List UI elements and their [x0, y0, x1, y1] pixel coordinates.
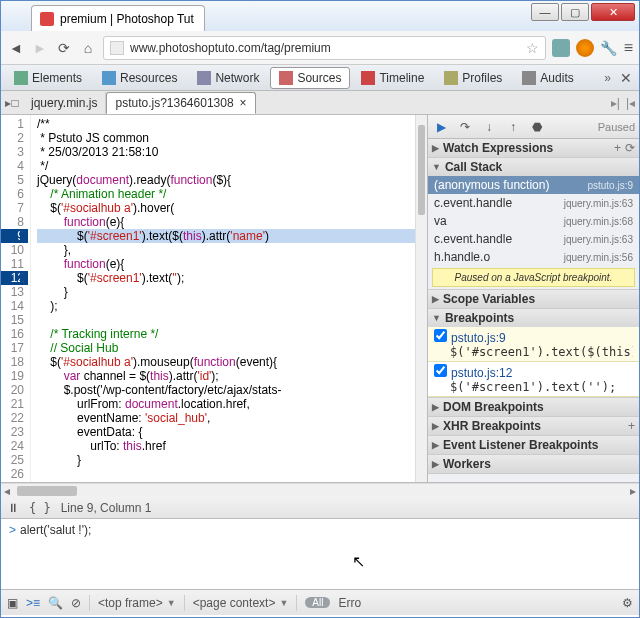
show-console-icon[interactable]: >≡	[26, 596, 40, 610]
code-area[interactable]: /** * Pstuto JS common * 25/03/2013 21:5…	[31, 115, 415, 482]
page-icon	[110, 41, 124, 55]
paused-label: Paused	[598, 121, 635, 133]
filter-all[interactable]: All	[305, 597, 330, 608]
panel-profiles[interactable]: Profiles	[435, 67, 511, 89]
url-text: www.photoshoptuto.com/tag/premium	[130, 41, 331, 55]
bp-checkbox[interactable]	[434, 329, 447, 342]
bookmark-star-icon[interactable]: ☆	[526, 40, 539, 56]
step-out-icon[interactable]: ↑	[504, 118, 522, 136]
step-over-icon[interactable]: ↷	[456, 118, 474, 136]
stack-frame[interactable]: c.event.handlejquery.min.js:63	[428, 230, 639, 248]
bp-checkbox[interactable]	[434, 364, 447, 377]
devtools-panel-bar: Elements Resources Network Sources Timel…	[1, 65, 639, 91]
favicon	[40, 12, 54, 26]
minimize-button[interactable]: —	[531, 3, 559, 21]
navigator-toggle-icon[interactable]: ▸□	[1, 96, 23, 110]
section-callstack[interactable]: ▼Call Stack	[428, 158, 639, 176]
maximize-button[interactable]: ▢	[561, 3, 589, 21]
dock-icon[interactable]: ▣	[7, 596, 18, 610]
panel-resources[interactable]: Resources	[93, 67, 186, 89]
forward-icon: ►	[31, 39, 49, 57]
horizontal-scrollbar[interactable]: ◂▸	[1, 483, 639, 497]
panel-network[interactable]: Network	[188, 67, 268, 89]
add-xhr-bp-icon[interactable]: +	[628, 419, 635, 433]
breakpoint-item[interactable]: pstuto.js:12 $('#screen1').text('');	[428, 362, 639, 397]
file-tab-strip: ▸□ jquery.min.js pstuto.js?1364601308× ▸…	[1, 91, 639, 115]
panel-elements[interactable]: Elements	[5, 67, 91, 89]
home-icon[interactable]: ⌂	[79, 39, 97, 57]
stack-frame[interactable]: h.handle.ojquery.min.js:56	[428, 248, 639, 266]
add-watch-icon[interactable]: +	[614, 141, 621, 155]
paused-note: Paused on a JavaScript breakpoint.	[432, 268, 635, 287]
back-icon[interactable]: ◄	[7, 39, 25, 57]
section-evt-bp[interactable]: ▶Event Listener Breakpoints	[428, 436, 639, 454]
tab-title: premium | Photoshop Tut	[60, 12, 194, 26]
refresh-watch-icon[interactable]: ⟳	[625, 141, 635, 155]
section-watch[interactable]: ▶Watch Expressions +⟳	[428, 139, 639, 157]
reload-icon[interactable]: ⟳	[55, 39, 73, 57]
close-tab-icon[interactable]: ×	[240, 96, 247, 110]
panel-timeline[interactable]: Timeline	[352, 67, 433, 89]
breakpoint-item[interactable]: pstuto.js:9 $('#screen1').text($(this)…	[428, 327, 639, 362]
close-devtools-icon[interactable]: ✕	[617, 69, 635, 87]
history-back-icon[interactable]: ▸|	[611, 96, 620, 110]
line-gutter[interactable]: 1234567891011121314151617181920212223242…	[1, 115, 31, 482]
panel-sources[interactable]: Sources	[270, 67, 350, 89]
panel-audits[interactable]: Audits	[513, 67, 582, 89]
section-scope[interactable]: ▶Scope Variables	[428, 290, 639, 308]
url-input[interactable]: www.photoshoptuto.com/tag/premium ☆	[103, 36, 546, 60]
extension-icon-1[interactable]	[552, 39, 570, 57]
source-editor[interactable]: 1234567891011121314151617181920212223242…	[1, 115, 427, 482]
address-bar: ◄ ► ⟳ ⌂ www.photoshoptuto.com/tag/premiu…	[1, 31, 639, 65]
search-icon[interactable]: 🔍	[48, 596, 63, 610]
cursor-position: Line 9, Column 1	[61, 501, 152, 515]
console-input-text[interactable]: alert('salut !');	[20, 523, 91, 537]
editor-status-bar: ⏸ { } Line 9, Column 1	[1, 497, 639, 519]
file-tab-pstuto[interactable]: pstuto.js?1364601308×	[106, 92, 255, 114]
section-xhr-bp[interactable]: ▶XHR Breakpoints+	[428, 417, 639, 435]
frame-selector[interactable]: <top frame> ▼	[98, 596, 176, 610]
pause-exceptions-icon[interactable]: ⏸	[7, 501, 19, 515]
deactivate-bp-icon[interactable]: ⬣	[528, 118, 546, 136]
chrome-menu-icon[interactable]: ≡	[624, 39, 633, 57]
console[interactable]: >alert('salut !');	[1, 519, 639, 589]
mouse-cursor-icon: ↖	[352, 552, 365, 571]
context-selector[interactable]: <page context> ▼	[193, 596, 289, 610]
pretty-print-icon[interactable]: { }	[29, 501, 51, 515]
panel-overflow-icon[interactable]: »	[604, 71, 611, 85]
console-toolbar: ▣ >≡ 🔍 ⊘ <top frame> ▼ <page context> ▼ …	[1, 589, 639, 615]
step-into-icon[interactable]: ↓	[480, 118, 498, 136]
stack-frame[interactable]: vajquery.min.js:68	[428, 212, 639, 230]
filter-errors[interactable]: Erro	[338, 596, 361, 610]
window-titlebar: premium | Photoshop Tut — ▢ ✕	[1, 1, 639, 31]
section-workers[interactable]: ▶Workers	[428, 455, 639, 473]
clear-console-icon[interactable]: ⊘	[71, 596, 81, 610]
stack-frame[interactable]: c.event.handlejquery.min.js:63	[428, 194, 639, 212]
extension-icon-2[interactable]	[576, 39, 594, 57]
wrench-icon[interactable]: 🔧	[600, 39, 618, 57]
section-dom-bp[interactable]: ▶DOM Breakpoints	[428, 398, 639, 416]
close-window-button[interactable]: ✕	[591, 3, 635, 21]
section-breakpoints[interactable]: ▼Breakpoints	[428, 309, 639, 327]
settings-gear-icon[interactable]: ⚙	[622, 596, 633, 610]
debugger-sidebar: ▶ ↷ ↓ ↑ ⬣ Paused ▶Watch Expressions +⟳ ▼…	[427, 115, 639, 482]
vertical-scrollbar[interactable]	[415, 115, 427, 482]
resume-icon[interactable]: ▶	[432, 118, 450, 136]
debugger-toolbar: ▶ ↷ ↓ ↑ ⬣ Paused	[428, 115, 639, 139]
history-fwd-icon[interactable]: |◂	[626, 96, 635, 110]
console-prompt-icon: >	[9, 523, 16, 537]
browser-tab[interactable]: premium | Photoshop Tut	[31, 5, 205, 31]
file-tab-jquery[interactable]: jquery.min.js	[23, 92, 106, 114]
stack-frame[interactable]: (anonymous function)pstuto.js:9	[428, 176, 639, 194]
